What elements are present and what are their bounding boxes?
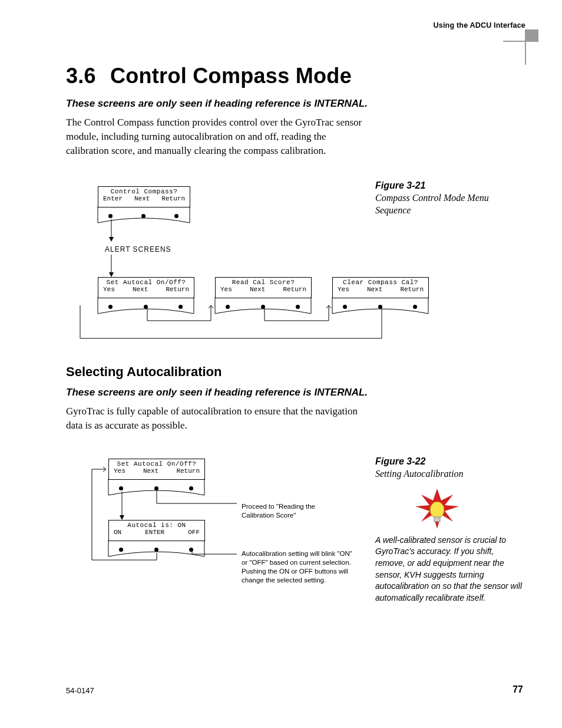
connector-line [190,551,237,562]
annotation-blink: Autocalibration setting will blink "ON" … [242,549,359,585]
loop-back-connector [88,467,159,561]
section-title: Control Compass Mode [110,64,352,88]
registration-mark-icon [503,29,538,65]
button-dot [174,214,178,218]
subheading-autocalibration: Selecting Autocalibration [66,364,502,380]
lcd-btn-mid: Next [250,286,265,293]
svg-marker-6 [109,272,114,277]
lcd-title: Read Cal Score? [216,278,311,286]
lcd-btn-left: Yes [220,286,232,293]
header-section: Using the ADCU Interface [434,21,525,29]
lcd-btn-mid: Next [133,286,148,293]
figure-21-label: Figure 3-21 [375,180,511,191]
idea-bulb-icon [411,489,464,530]
lcd-clear-compass-cal: Clear Compass Cal? Yes Next Return [332,277,429,298]
page-title: 3.6Control Compass Mode [66,64,502,88]
footer-pagenum: 77 [513,684,523,695]
arrow-down-icon [108,255,115,277]
annotation-proceed: Proceed to "Reading the Calibration Scor… [242,502,330,520]
lcd-btn-left: Yes [103,286,115,293]
svg-marker-4 [109,237,114,242]
alert-screens-label: ALERT SCREENS [105,245,171,253]
lcd-title: Set Autocal On/Off? [109,459,204,467]
lcd-set-autocal: Set Autocal On/Off? Yes Next Return [98,277,194,298]
lcd-btn-right: Return [400,286,424,293]
button-dot [141,214,146,218]
lcd-btn-left: Enter [103,195,123,202]
lcd-btn-right: Return [161,195,185,202]
figure-21-caption: Figure 3-21 Compass Control Mode Menu Se… [375,180,511,217]
lcd-control-compass: Control Compass? Enter Next Return [98,186,190,207]
flow-connectors [75,305,441,343]
lcd-title: Clear Compass Cal? [333,278,428,286]
figure-21-desc: Compass Control Mode Menu Sequence [375,192,511,217]
lcd-btn-left: Yes [338,286,349,293]
lcd-btn-right: Return [283,286,306,293]
figure-22-label: Figure 3-22 [375,456,523,467]
figure-22-caption: Figure 3-22 Setting Autocalibration A we… [375,456,523,612]
arrow-down-icon [108,219,115,242]
lcd-btn-mid: Next [367,286,382,293]
footer-docnum: 54-0147 [66,686,94,695]
lcd-btn-right: Return [166,286,189,293]
calibration-sidenote: A well-calibrated sensor is crucial to G… [375,535,523,604]
internal-note-1: These screens are only seen if heading r… [66,98,502,110]
intro-paragraph: The Control Compass function provides co… [66,116,366,157]
connector-line [154,489,237,507]
internal-note-2: These screens are only seen if heading r… [66,387,502,398]
lcd-title: Set Autocal On/Off? [98,278,194,286]
autocal-paragraph: GyroTrac is fully capable of autocalibra… [66,404,366,433]
lcd-curve-icon [90,206,199,230]
figure-22-desc: Setting Autocalibration [375,468,523,480]
svg-rect-2 [525,29,538,41]
svg-rect-19 [434,517,440,522]
lcd-read-cal-score: Read Cal Score? Yes Next Return [215,277,312,298]
lcd-btn-mid: Next [134,195,150,202]
svg-point-18 [430,502,444,518]
section-number: 3.6 [66,64,96,88]
lcd-btn-right: OFF [188,529,200,536]
lcd-title: Control Compass? [98,187,190,195]
button-dot [108,214,113,218]
lcd-btn-right: Return [176,467,200,475]
